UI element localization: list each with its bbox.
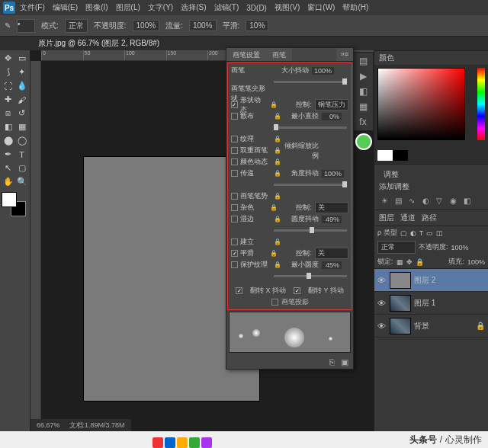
brush-presets-tab[interactable]: 画笔 [266, 48, 292, 61]
layer-thumb[interactable] [390, 272, 411, 289]
wand-tool[interactable]: ✦ [15, 66, 28, 78]
new-brush-icon[interactable]: ⎘ [329, 357, 335, 366]
lock-icon[interactable]: 🔒 [270, 250, 277, 257]
zoom-level[interactable]: 66.67% [37, 421, 60, 429]
menu-type[interactable]: 文字(Y) [145, 1, 176, 14]
scatter-check[interactable] [231, 113, 238, 120]
lock-icon[interactable]: 🔒 [274, 113, 281, 120]
channels-tab[interactable]: 通道 [400, 213, 416, 223]
type-tool[interactable]: T [15, 148, 28, 161]
adjustments-tab[interactable]: 调整 [384, 169, 399, 180]
layer-name[interactable]: 图层 2 [414, 275, 435, 286]
menu-select[interactable]: 选择(S) [178, 1, 209, 14]
dodge-tool[interactable]: ◯ [15, 134, 28, 147]
menu-image[interactable]: 图像(I) [82, 1, 111, 14]
brush-pose-check[interactable] [231, 193, 238, 200]
lock-icon[interactable]: 🔒 [274, 147, 281, 154]
menu-3d[interactable]: 3D(D) [243, 2, 270, 14]
layer-thumb[interactable] [390, 295, 411, 312]
fg-color[interactable] [2, 192, 17, 207]
marquee-tool[interactable]: ▭ [15, 52, 28, 65]
smooth-value[interactable]: 10% [246, 20, 268, 31]
control-select[interactable]: 钢笔压力 [315, 99, 348, 110]
min-roundness-value[interactable]: 45% [322, 261, 342, 269]
blend-mode-select[interactable]: 正常 [65, 19, 88, 33]
transfer-check[interactable] [231, 170, 238, 177]
size-jitter-value[interactable]: 100% [312, 67, 334, 75]
filter-shape-icon[interactable]: ▭ [426, 229, 433, 237]
eraser-tool[interactable]: ◧ [2, 120, 14, 133]
roundness-control-select[interactable]: 关 [315, 248, 348, 259]
wet-edges-check[interactable] [231, 216, 238, 222]
visibility-icon[interactable]: 👁 [377, 299, 387, 308]
angle-control-select[interactable]: 关 [315, 202, 348, 213]
panel-menu-icon[interactable]: »≡ [336, 48, 353, 61]
stamp-tool[interactable]: ⧇ [2, 107, 14, 120]
layer-name[interactable]: 背景 [414, 321, 429, 331]
heal-tool[interactable]: ✚ [2, 93, 14, 106]
menu-edit[interactable]: 编辑(E) [50, 1, 81, 14]
buildup-check[interactable] [231, 238, 238, 245]
hand-tool[interactable]: ✋ [2, 175, 14, 188]
swatches-icon[interactable]: ▦ [359, 101, 368, 112]
lock-icon[interactable]: 🔒 [270, 204, 277, 211]
lock-pixels-icon[interactable]: ▦ [396, 258, 403, 266]
flip-y-check[interactable] [294, 287, 300, 294]
lock-icon[interactable]: 🔒 [274, 193, 281, 200]
layer-thumb[interactable] [390, 318, 411, 334]
filter-type-icon[interactable]: T [419, 229, 424, 237]
crop-tool[interactable]: ⛶ [2, 79, 14, 92]
layers-tab[interactable]: 图层 [379, 213, 394, 223]
shape-tool[interactable]: ▢ [15, 162, 28, 174]
lock-all-icon[interactable]: 🔒 [416, 258, 424, 266]
old-color-swatch[interactable] [393, 150, 408, 161]
roundness-jitter-value[interactable]: 49% [322, 216, 342, 223]
adjust-vibrance-icon[interactable]: ▽ [434, 195, 445, 206]
visibility-icon[interactable]: 👁 [377, 322, 387, 331]
texture-check[interactable] [231, 136, 238, 142]
protect-texture-check[interactable] [231, 261, 238, 268]
lock-icon[interactable]: 🔒 [274, 216, 281, 222]
layer-row-1[interactable]: 👁 图层 1 [374, 292, 488, 315]
lock-icon[interactable]: 🔒 [274, 238, 281, 245]
filter-smart-icon[interactable]: ◫ [436, 229, 443, 237]
menu-view[interactable]: 视图(V) [271, 1, 303, 14]
lock-icon[interactable]: 🔒 [274, 170, 281, 177]
adjust-exposure-icon[interactable]: ◐ [420, 195, 431, 206]
gradient-tool[interactable]: ▦ [15, 120, 28, 133]
doc-info[interactable]: 文档:1.89M/3.78M [69, 421, 125, 430]
lock-icon[interactable]: 🔒 [274, 261, 281, 268]
brush-settings-tab[interactable]: 画笔设置 [226, 48, 266, 61]
color-field[interactable] [377, 68, 465, 140]
color-picker-panel[interactable] [374, 65, 488, 164]
lock-icon[interactable]: 🔒 [274, 158, 281, 165]
layer-row-0[interactable]: 👁 图层 2 [374, 269, 488, 292]
opacity-value[interactable]: 100% [133, 20, 160, 31]
flip-x-check[interactable] [236, 287, 242, 294]
adjust-bw-icon[interactable]: ◧ [461, 195, 472, 206]
brush-tool-icon[interactable]: ✎ [5, 21, 11, 30]
create-brush-icon[interactable]: ▣ [341, 357, 348, 366]
lock-icon[interactable]: 🔒 [270, 101, 277, 108]
adjust-brightness-icon[interactable]: ☀ [379, 195, 390, 206]
adjust-hue-icon[interactable]: ◉ [448, 195, 458, 206]
layer-blend-mode[interactable]: 正常 [377, 241, 416, 254]
brush-projection-check[interactable] [271, 299, 278, 306]
eyedropper-tool[interactable]: 💧 [15, 79, 28, 92]
fill-value[interactable]: 100% [467, 258, 485, 266]
filter-pixel-icon[interactable]: ▢ [400, 229, 407, 237]
lasso-tool[interactable]: ⟆ [2, 66, 14, 78]
color-dynamics-check[interactable] [231, 158, 238, 165]
styles-icon[interactable]: fx [359, 117, 366, 127]
menu-file[interactable]: 文件(F) [17, 1, 48, 14]
shape-dynamics-check[interactable] [231, 101, 238, 108]
brush-preset-picker[interactable]: • [17, 19, 35, 33]
history-brush-tool[interactable]: ↺ [15, 107, 28, 120]
zoom-tool[interactable]: 🔍 [15, 175, 28, 188]
color-swatches[interactable] [2, 192, 26, 216]
paths-tab[interactable]: 路径 [422, 213, 437, 223]
visibility-icon[interactable]: 👁 [377, 276, 387, 285]
path-tool[interactable]: ↖ [2, 162, 14, 174]
actions-icon[interactable]: ▶ [360, 71, 367, 82]
menu-filter[interactable]: 滤镜(T) [211, 1, 242, 14]
